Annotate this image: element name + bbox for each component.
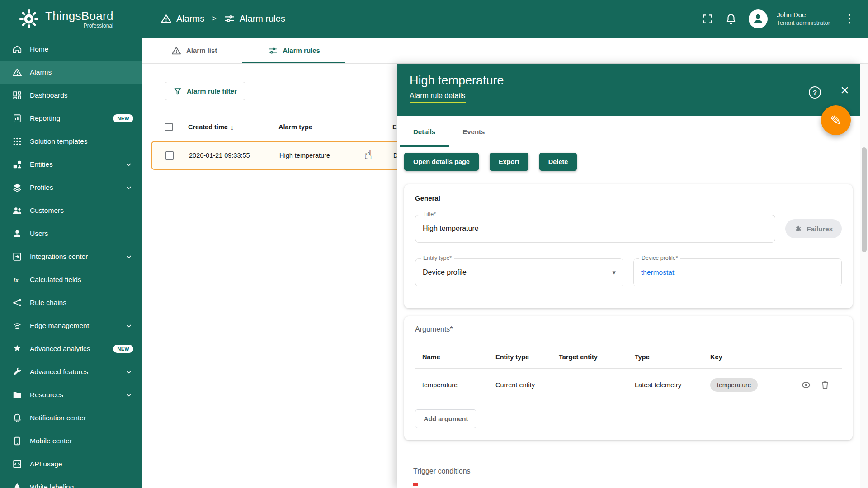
chevron-down-icon	[124, 367, 133, 376]
row-checkbox[interactable]	[165, 151, 174, 160]
sidebar-item-customers[interactable]: Customers	[0, 199, 142, 222]
tab-events[interactable]: Events	[449, 116, 498, 147]
tab-details[interactable]: Details	[400, 116, 449, 147]
sidebar-item-home[interactable]: Home	[0, 38, 142, 61]
avatar[interactable]	[749, 9, 768, 28]
help-icon[interactable]: ?	[809, 86, 821, 99]
column-alarm-type[interactable]: Alarm type	[278, 123, 392, 131]
arguments-heading: Arguments*	[415, 325, 842, 333]
sidebar-item-resources[interactable]: Resources	[0, 383, 142, 406]
breadcrumb-alarms[interactable]: Alarms	[160, 13, 204, 24]
header-actions: John Doe Tenant administrator ⋮	[702, 9, 868, 28]
brand-name: ThingsBoard	[45, 9, 113, 23]
column-created-time[interactable]: Created time	[188, 123, 228, 131]
sidebar-item-rule-chains[interactable]: Rule chains	[0, 291, 142, 314]
apps-grid-icon	[12, 136, 22, 146]
open-details-page-button[interactable]: Open details page	[404, 153, 479, 171]
sidebar-item-advanced-analytics[interactable]: Advanced analyticsNEW	[0, 337, 142, 360]
argument-row-actions	[801, 380, 842, 390]
sidebar-item-solution-templates[interactable]: Solution templates	[0, 130, 142, 153]
chevron-down-icon	[124, 390, 133, 399]
sidebar-item-calculated-fields[interactable]: Calculated fields	[0, 268, 142, 291]
user-info[interactable]: John Doe Tenant administrator	[777, 10, 830, 27]
sort-desc-icon[interactable]: ↓	[231, 123, 234, 131]
export-button[interactable]: Export	[490, 153, 528, 171]
user-icon	[12, 229, 22, 239]
api-icon	[12, 459, 22, 469]
tune-icon	[268, 46, 278, 56]
sidebar-item-users[interactable]: Users	[0, 222, 142, 245]
sidebar-item-entities[interactable]: Entities	[0, 153, 142, 176]
new-badge: NEW	[113, 114, 133, 122]
vertical-scrollbar[interactable]	[860, 64, 868, 488]
thingsboard-gear-logo-icon	[18, 8, 40, 30]
breadcrumb-separator: >	[212, 14, 217, 23]
profile-row: Entity type* Device profile ▾ Device pro…	[415, 258, 842, 286]
breadcrumb-alarm-rules[interactable]: Alarm rules	[224, 13, 285, 24]
wrench-icon	[12, 367, 22, 377]
scrollbar-thumb[interactable]	[862, 147, 867, 252]
chevron-down-icon	[124, 321, 133, 330]
tab-alarm-list[interactable]: Alarm list	[146, 38, 242, 63]
warning-icon	[12, 67, 22, 77]
sidebar-item-white-labeling[interactable]: White labeling	[0, 475, 142, 488]
eye-icon[interactable]	[801, 380, 811, 390]
user-role: Tenant administrator	[777, 19, 830, 27]
sidebar-item-alarms[interactable]: Alarms	[0, 61, 142, 84]
brand-logo[interactable]: ThingsBoard Professional	[0, 8, 142, 30]
title-field[interactable]: Title* High temperature	[415, 215, 775, 243]
device-profile-link[interactable]: thermostat	[641, 268, 674, 277]
kebab-menu-icon[interactable]: ⋮	[842, 12, 857, 26]
add-argument-button[interactable]: Add argument	[415, 409, 476, 428]
device-profile-field[interactable]: Device profile* thermostat	[633, 258, 842, 286]
sidebar-item-edge-management[interactable]: Edge management	[0, 314, 142, 337]
bug-icon	[794, 225, 802, 233]
breadcrumb-alarm-rules-label: Alarm rules	[240, 14, 285, 24]
sidebar-item-mobile-center[interactable]: Mobile center	[0, 429, 142, 452]
sidebar-item-integrations-center[interactable]: Integrations center	[0, 245, 142, 268]
sidebar-item-notification-center[interactable]: Notification center	[0, 406, 142, 429]
drawer-title: High temperature	[410, 74, 847, 88]
drawer-subtitle[interactable]: Alarm rule details	[410, 92, 466, 103]
col-entity-type: Entity type	[495, 353, 559, 361]
chevron-down-icon	[124, 160, 133, 169]
delete-button[interactable]: Delete	[539, 153, 577, 171]
argument-row: temperature Current entity Latest teleme…	[415, 369, 842, 401]
failures-button[interactable]: Failures	[785, 219, 842, 238]
sidebar-item-api-usage[interactable]: API usage	[0, 452, 142, 475]
breadcrumb-alarms-label: Alarms	[176, 14, 204, 24]
new-badge: NEW	[113, 345, 133, 353]
title-row: Title* High temperature Failures	[415, 215, 842, 243]
arg-entity-type: Current entity	[495, 381, 559, 389]
table-footer-divider	[142, 454, 397, 454]
edit-fab-button[interactable]: ✎	[821, 105, 851, 135]
entity-type-select[interactable]: Entity type* Device profile ▾	[415, 258, 623, 286]
close-icon[interactable]: ×	[840, 83, 849, 97]
droplet-icon	[12, 482, 22, 488]
rule-chains-icon	[12, 298, 22, 308]
sidebar-item-dashboards[interactable]: Dashboards	[0, 84, 142, 107]
select-all-checkbox[interactable]	[165, 123, 173, 131]
sidebar-item-reporting[interactable]: ReportingNEW	[0, 107, 142, 130]
entities-icon	[12, 160, 22, 169]
trigger-conditions-heading: Trigger conditions	[413, 467, 853, 475]
sidebar-item-profiles[interactable]: Profiles	[0, 176, 142, 199]
dropdown-arrow-icon[interactable]: ▾	[612, 268, 616, 277]
tab-alarm-rules[interactable]: Alarm rules	[242, 38, 345, 63]
trash-icon[interactable]	[820, 380, 830, 390]
arg-name: temperature	[415, 381, 495, 389]
brand-text: ThingsBoard Professional	[45, 9, 113, 29]
chevron-down-icon	[124, 252, 133, 261]
device-profile-label: Device profile*	[639, 255, 680, 261]
main-tabbar: Alarm list Alarm rules	[142, 38, 868, 64]
pencil-icon: ✎	[830, 113, 841, 128]
chevron-down-icon	[124, 183, 133, 192]
cell-alarm-type: High temperature	[279, 152, 393, 159]
folder-icon	[12, 390, 22, 400]
general-card: General Title* High temperature Failures…	[404, 184, 853, 308]
key-chip: temperature	[710, 378, 758, 392]
alarm-rule-filter-button[interactable]: Alarm rule filter	[165, 82, 245, 100]
notifications-bell-icon[interactable]	[725, 13, 737, 25]
fullscreen-icon[interactable]	[702, 13, 713, 25]
sidebar-item-advanced-features[interactable]: Advanced features	[0, 360, 142, 383]
